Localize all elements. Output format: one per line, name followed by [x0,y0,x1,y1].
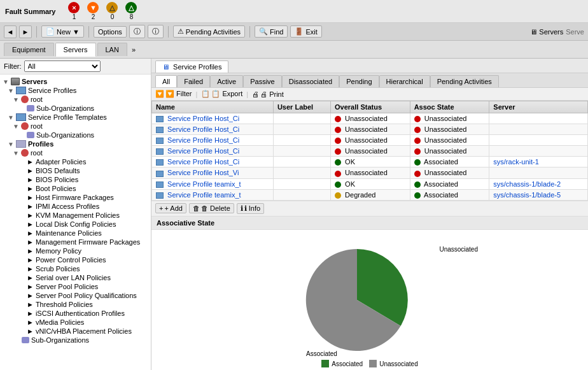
table-row[interactable]: Service Profile teamix_t OK Associated s… [152,178,588,189]
sub-tab-pending-activities[interactable]: Pending Activities [430,75,499,87]
nav-arrow-more[interactable]: » [129,45,139,55]
expand-policies[interactable]: ▼ [8,141,14,148]
tab-lan[interactable]: LAN [97,43,127,56]
sidebar-item-sp-sub-orgs[interactable]: Sub-Organizations [3,104,148,113]
add-button[interactable]: + + Add [155,203,186,213]
sp-name-link[interactable]: Service Profile Host_Ci [167,136,239,144]
sub-tab-hierarchical[interactable]: Hierarchical [379,75,430,87]
pending-activities-button[interactable]: ⚠ Pending Activities [173,25,245,38]
sidebar-item-vmedia[interactable]: ► vMedia Policies [3,318,148,327]
sidebar-item-scrub[interactable]: ► Scrub Policies [3,264,148,273]
table-row[interactable]: Service Profile teamix_t Degraded Associ… [152,189,588,200]
cell-overall-status: Degraded [331,189,410,200]
expand-service-profiles[interactable]: ▼ [8,87,14,94]
sub-tab-all[interactable]: All [155,75,177,87]
sub-tab-failed[interactable]: Failed [177,75,210,87]
sidebar-item-sp-root[interactable]: ▼ root [3,95,148,104]
expand-spt-root[interactable]: ▼ [13,123,19,130]
exit-button[interactable]: 🚪 Exit [290,25,321,38]
pol-item-icon-16: ► [27,292,34,299]
sidebar-item-servers[interactable]: ▼ Servers [3,77,148,86]
sidebar-item-bios-policies[interactable]: ► BIOS Policies [3,175,148,184]
server-link[interactable]: sys/rack-unit-1 [493,158,539,166]
table-row[interactable]: Service Profile Host_Vi Unassociated Una… [152,167,588,178]
expand-pol-root[interactable]: ▼ [13,150,19,157]
sidebar-item-pol-root[interactable]: ▼ root [3,148,148,157]
sub-tab-active[interactable]: Active [210,75,243,87]
sidebar-item-power-control[interactable]: ► Power Control Policies [3,255,148,264]
find-button[interactable]: 🔍 Find [255,25,288,38]
table-row[interactable]: Service Profile Host_Ci Unassociated Una… [152,135,588,146]
sp-name-link[interactable]: Service Profile Host_Ci [167,125,239,133]
unassociated-color-swatch [369,360,377,367]
sidebar-item-boot-policies[interactable]: ► Boot Policies [3,184,148,193]
table-row[interactable]: Service Profile Host_Ci Unassociated Una… [152,124,588,135]
servers-icon: 🖥 [530,28,537,36]
delete-button[interactable]: 🗑 🗑 Delete [189,203,234,213]
expand-sp-root[interactable]: ▼ [13,96,19,103]
sidebar-item-memory-policy[interactable]: ► Memory Policy [3,246,148,255]
options-button[interactable]: Options [94,26,127,38]
export-button[interactable]: 📋 📋 Export [201,90,242,98]
content-tab-service-profiles[interactable]: 🖥 Service Profiles [155,60,228,73]
cell-name: Service Profile Host_Ci [152,113,274,124]
sidebar-item-spt[interactable]: ▼ Service Profile Templates [3,113,148,122]
forward-button[interactable]: ► [19,25,32,38]
sp-name-link[interactable]: Service Profile Host_Ci [167,147,239,155]
sidebar-item-bios-defaults[interactable]: ► BIOS Defaults [3,166,148,175]
sidebar-item-iscsi[interactable]: ► iSCSI Authentication Profiles [3,309,148,318]
sub-tab-pending[interactable]: Pending [339,75,379,87]
tab-servers[interactable]: Servers [55,43,96,57]
filter-select[interactable]: All [24,60,101,72]
table-row[interactable]: Service Profile Host_Ci OK Associated sy… [152,157,588,167]
sidebar-item-policies[interactable]: ▼ Profiles [3,139,148,148]
sidebar-item-maintenance[interactable]: ► Maintenance Policies [3,229,148,238]
sidebar-item-spt-sub-orgs[interactable]: Sub-Organizations [3,131,148,139]
sidebar-item-kvm[interactable]: ► KVM Management Policies [3,211,148,220]
print-button[interactable]: 🖨 🖨 Print [252,90,284,98]
sidebar-item-mgmt-firmware[interactable]: ► Management Firmware Packages [3,238,148,246]
sub-tab-passive[interactable]: Passive [243,75,282,87]
sidebar-item-pol-sub-orgs[interactable]: Sub-Organizations [3,336,148,345]
pol-item-icon: ► [27,158,34,166]
server-link[interactable]: sys/chassis-1/blade-2 [493,180,561,188]
back-button[interactable]: ◄ [4,25,17,38]
table-row[interactable]: Service Profile Host_Ci Unassociated Una… [152,146,588,157]
tab-equipment[interactable]: Equipment [4,43,54,56]
content-main-tabs: 🖥 Service Profiles [151,59,588,73]
server-link[interactable]: sys/chassis-1/blade-5 [493,191,561,199]
assoc-state-icon [414,159,421,166]
sp-name-link[interactable]: Service Profile teamix_t [167,191,241,199]
new-button[interactable]: 📄 New ▼ [41,25,84,38]
sidebar-item-vnic-vhba[interactable]: ► vNIC/vHBA Placement Policies [3,327,148,336]
expand-spt[interactable]: ▼ [8,114,14,121]
filter-icon: 🔽 [155,90,164,98]
sidebar-item-service-profiles[interactable]: ▼ Service Profiles [3,86,148,95]
col-name: Name [152,101,274,113]
info-button-1[interactable]: ⓘ [129,25,145,38]
cell-assoc-state: Associated [410,189,489,200]
sidebar-item-adapter-policies[interactable]: ► Adapter Policies [3,157,148,166]
sp-name-link[interactable]: Service Profile Host_Ci [167,115,239,122]
sp-name-link[interactable]: Service Profile teamix_t [167,180,241,188]
service-profiles-tab-icon: 🖥 [162,63,169,71]
info-button[interactable]: ℹ ℹ Info [237,203,264,214]
sidebar-item-host-firmware[interactable]: ► Host Firmware Packages [3,193,148,202]
sub-tab-disassociated[interactable]: Disassociated [282,75,339,87]
sidebar-item-serial-lan[interactable]: ► Serial over LAN Policies [3,273,148,282]
sidebar-item-spt-root[interactable]: ▼ root [3,122,148,131]
sp-row-icon [156,181,164,188]
expand-servers[interactable]: ▼ [3,78,9,85]
cell-user-label [273,178,330,189]
sidebar-item-threshold[interactable]: ► Threshold Policies [3,300,148,309]
sp-name-link[interactable]: Service Profile Host_Vi [167,169,239,176]
info-button-2[interactable]: ⓘ [148,25,164,38]
sidebar-item-server-pool-policies[interactable]: ► Server Pool Policies [3,282,148,291]
sp-name-link[interactable]: Service Profile Host_Ci [167,158,239,166]
sidebar-item-local-disk[interactable]: ► Local Disk Config Policies [3,220,148,229]
fault-count-warning: 8 [130,13,134,20]
sidebar-item-server-pool-qual[interactable]: ► Server Pool Policy Qualifications [3,291,148,300]
filter-button[interactable]: 🔽 🔽 Filter [155,90,192,98]
sidebar-item-ipmi[interactable]: ► IPMI Access Profiles [3,202,148,211]
table-row[interactable]: Service Profile Host_Ci Unassociated Una… [152,113,588,124]
